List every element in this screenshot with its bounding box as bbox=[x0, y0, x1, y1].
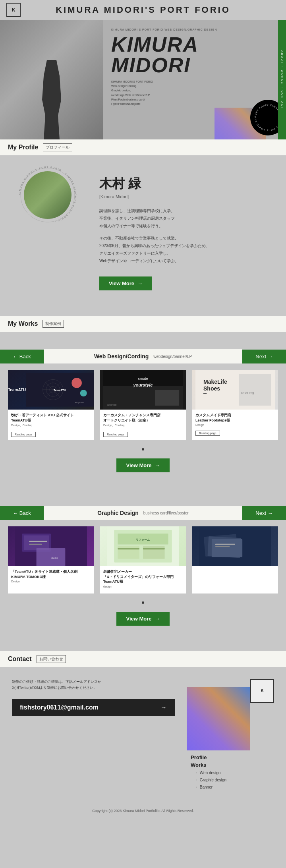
sidebar-nav-contact[interactable]: CONTACT bbox=[281, 91, 284, 109]
contact-nav-graphic[interactable]: ・ Graphic design bbox=[195, 777, 274, 784]
graphic-nav-title: Graphic Design business card/flyer/poste… bbox=[44, 506, 242, 520]
webdesign-pagination bbox=[0, 445, 286, 452]
contact-image-area: K bbox=[187, 679, 274, 750]
site-logo: K bbox=[6, 3, 21, 17]
sidebar-nav-works[interactable]: WORKS bbox=[281, 70, 284, 84]
sidebar-nav-about[interactable]: ABOUT bbox=[281, 50, 284, 64]
svg-text:リフォーム: リフォーム bbox=[136, 538, 150, 542]
work-card-2: create yourstyle autocreate カーカスタム・ノンチャン… bbox=[100, 370, 186, 440]
webdesign-next-label: Next → bbox=[255, 354, 272, 360]
webdesign-view-more-label: View More bbox=[126, 462, 151, 468]
graphic-back-button[interactable]: ← Back bbox=[0, 506, 44, 520]
graphic-card-2-title: 老舗住宅メーカー「&・ドリスメイターズ」のリフォーム部門TeamATU様 bbox=[103, 569, 183, 584]
work-card-3: MakeLife Shoes ━━ shoe img カスタムメイド専門店Lea… bbox=[192, 370, 278, 440]
graphic-title-text: Graphic Design bbox=[97, 510, 138, 516]
sidebar-dot2: ・ bbox=[281, 86, 283, 89]
graphic-view-more-arrow: → bbox=[155, 616, 160, 622]
graphic-view-more-area: View More → bbox=[0, 612, 286, 626]
webdesign-back-button[interactable]: ← Back bbox=[0, 350, 44, 363]
site-footer: Copyright (c) 2023 Kimura Midori Portfol… bbox=[0, 803, 286, 818]
webdesign1-image: TeamATU design+web bbox=[26, 370, 94, 410]
profile-photo bbox=[24, 171, 72, 219]
svg-text:autocreate: autocreate bbox=[107, 404, 117, 406]
hero-photo-image bbox=[0, 20, 103, 139]
contact-email[interactable]: fishstory0611@gmail.com bbox=[20, 704, 99, 711]
contact-nav-web[interactable]: ・ Web design bbox=[195, 769, 274, 777]
graphic-view-more-label: View More bbox=[126, 616, 151, 622]
graphic-next-button[interactable]: Next → bbox=[242, 506, 286, 520]
webdesign-subtitle: webdesign/banner/LP bbox=[153, 354, 192, 359]
work-card-2-info: カーカスタム・ノンチャンス専門店オートクリエイト様（架空） Design、Cor… bbox=[100, 410, 186, 440]
graphic-card-2-tags: design bbox=[103, 585, 183, 588]
profile-view-more-arrow: → bbox=[137, 280, 143, 286]
work-card-3-info: カスタムメイド専門店Leather Footsteps様 Design Read… bbox=[192, 410, 278, 439]
profile-view-more-button[interactable]: View More → bbox=[99, 276, 152, 290]
graphic-back-label: ← Back bbox=[13, 510, 31, 516]
svg-text:shoe img: shoe img bbox=[241, 391, 254, 394]
webdesign-nav: ← Back Web Design/Cording webdesign/bann… bbox=[0, 349, 286, 363]
svg-text:MakeLife: MakeLife bbox=[203, 379, 227, 385]
graphic-card-3 bbox=[192, 526, 278, 593]
contact-text: 制作のご依頼・詳細のご確認は、下記メールアドレスかX(旧Twitter)のDMよ… bbox=[12, 679, 175, 691]
contact-logo-box: K bbox=[250, 679, 274, 703]
webdesign-next-button[interactable]: Next → bbox=[242, 350, 286, 363]
graphic-pagination bbox=[0, 598, 286, 605]
profile-name-jp: 木村 緑 bbox=[99, 175, 274, 193]
webdesign-title-text: Web Design/Cording bbox=[94, 353, 149, 360]
svg-point-12 bbox=[80, 390, 87, 396]
svg-text:yourstyle: yourstyle bbox=[133, 383, 153, 387]
site-header: K KIMURA MIDORI'S PORT FORIO bbox=[0, 0, 286, 20]
footer-copyright: Copyright (c) 2023 Kimura Midori Portfol… bbox=[92, 809, 194, 813]
graphic-card-3-thumb bbox=[192, 526, 278, 566]
contact-section: 制作のご依頼・詳細のご確認は、下記メールアドレスかX(旧Twitter)のDMよ… bbox=[0, 667, 286, 803]
svg-text:TeamATU: TeamATU bbox=[54, 389, 66, 392]
work-card-1: TeamATU design+web 蜘が・若アーティスト ATU 公式サイトT… bbox=[8, 370, 94, 440]
divider-1 bbox=[0, 306, 286, 316]
contact-right: K Profile Works ・ Web design ・ Graphic d… bbox=[187, 679, 274, 791]
contact-nav-list: Profile Works ・ Web design ・ Graphic des… bbox=[187, 750, 274, 791]
works-label-jp: 制作案例 bbox=[43, 320, 64, 328]
profile-section-label: My Profile プロフィール bbox=[0, 139, 286, 155]
graphic-view-more-button[interactable]: View More → bbox=[116, 612, 169, 626]
contact-bg-image bbox=[187, 687, 250, 750]
divider-2 bbox=[0, 332, 286, 341]
contact-nav-works[interactable]: Works bbox=[191, 762, 274, 768]
contact-left: 制作のご依頼・詳細のご確認は、下記メールアドレスかX(旧Twitter)のDMよ… bbox=[12, 679, 175, 791]
svg-rect-41 bbox=[143, 548, 165, 550]
graphic-card-1-thumb: KIMURA bbox=[8, 526, 94, 566]
work-card-3-btn[interactable]: Reading page bbox=[195, 431, 220, 436]
profile-bio: 調理師を志し、辻調理師専門学校に入学。卒業後、イタリアン料理店の厨房スタッフや個… bbox=[99, 207, 274, 265]
graphic-card-1-info: 「TeamATU」各サイト連絡薄・個人名刺KIMURA TOMOKO様 Desi… bbox=[8, 566, 94, 588]
contact-nav-profile[interactable]: Profile bbox=[191, 754, 274, 760]
svg-text:create: create bbox=[138, 377, 148, 381]
work-card-3-title: カスタムメイド専門店Leather Footsteps様 bbox=[195, 413, 275, 423]
svg-rect-40 bbox=[118, 548, 139, 550]
svg-rect-25 bbox=[239, 374, 271, 406]
work-card-3-thumb: MakeLife Shoes ━━ shoe img bbox=[192, 370, 278, 410]
contact-nav-banner[interactable]: ・ Banner bbox=[195, 784, 274, 791]
hero-name-line2: MIDORI bbox=[111, 55, 278, 75]
svg-rect-45 bbox=[212, 539, 242, 557]
profile-bio-p2: その後、不動産会社で営業事務として就業。2023年6月、昔から興味のあったウェブ… bbox=[99, 234, 274, 265]
work-card-1-btn[interactable]: Reading page bbox=[11, 432, 36, 437]
graphic-dot-1 bbox=[142, 601, 144, 604]
graphic-card-2-info: 老舗住宅メーカー「&・ドリスメイターズ」のリフォーム部門TeamATU様 des… bbox=[100, 566, 186, 593]
site-title: KIMURA MIDORI'S PORT FORIO bbox=[56, 5, 230, 15]
profile-view-more-label: View More bbox=[109, 280, 134, 286]
profile-label-title: My Profile bbox=[8, 144, 38, 151]
right-sidebar-nav: ABOUT ・ WORKS ・ CONTACT bbox=[278, 20, 286, 139]
work-card-2-thumb: create yourstyle autocreate bbox=[100, 370, 186, 410]
graphic-subtitle: business card/flyer/poster bbox=[143, 511, 189, 515]
profile-label-jp: プロフィール bbox=[43, 143, 72, 151]
webdesign-view-more-arrow: → bbox=[155, 462, 160, 468]
work-card-1-info: 蜘が・若アーティスト ATU 公式サイトTeamATU様 Design、Cord… bbox=[8, 410, 94, 440]
svg-text:━━: ━━ bbox=[203, 392, 207, 395]
graphic-cards: KIMURA 「TeamATU」各サイト連絡薄・個人名刺KIMURA TOMOK… bbox=[0, 526, 286, 593]
work-card-2-btn[interactable]: Reading page bbox=[103, 432, 128, 437]
hero-section: KIMURA MIDORI'S PORT FORIO WEB DESIGN,GR… bbox=[0, 20, 286, 139]
hero-name: KIMURA MIDORI bbox=[111, 34, 278, 75]
webdesign-view-more-button[interactable]: View More → bbox=[116, 458, 169, 472]
webdesign-section: ← Back Web Design/Cording webdesign/bann… bbox=[0, 341, 286, 488]
work-card-3-tags: Design bbox=[195, 423, 275, 426]
contact-nav-sub-list: ・ Web design ・ Graphic design ・ Banner bbox=[195, 769, 274, 791]
